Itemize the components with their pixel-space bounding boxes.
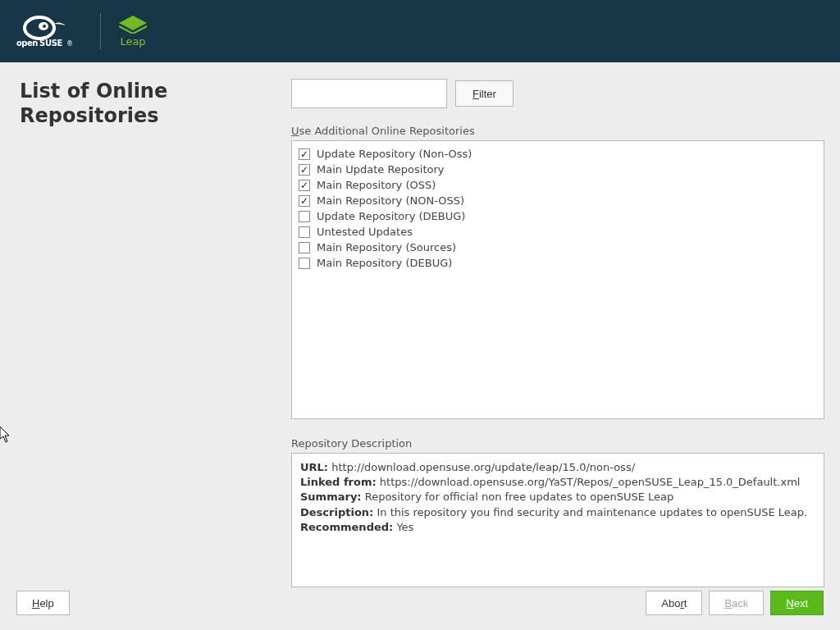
repo-item[interactable]: Main Update Repository — [299, 162, 817, 177]
footer: Help Abort Back Next — [16, 591, 824, 615]
repo-item-label: Main Repository (DEBUG) — [317, 255, 452, 271]
repo-list[interactable]: Update Repository (Non-Oss)Main Update R… — [291, 140, 824, 419]
banner-divider — [100, 13, 101, 49]
repo-checkbox[interactable] — [299, 195, 310, 207]
repo-item-label: Main Repository (Sources) — [317, 240, 456, 255]
repo-item-label: Main Repository (OSS) — [317, 177, 436, 193]
back-button: Back — [709, 591, 764, 615]
abort-button[interactable]: Abort — [646, 591, 702, 615]
repo-checkbox[interactable] — [299, 180, 310, 191]
leap-label: Leap — [120, 35, 145, 48]
repo-checkbox[interactable] — [299, 211, 310, 222]
filter-button[interactable]: Filter — [455, 80, 514, 107]
repo-checkbox[interactable] — [299, 226, 310, 238]
repo-checkbox[interactable] — [299, 258, 310, 269]
help-button[interactable]: Help — [16, 591, 70, 615]
svg-point-2 — [43, 25, 46, 28]
repo-checkbox[interactable] — [299, 164, 310, 176]
repo-item[interactable]: Main Repository (DEBUG) — [299, 255, 817, 271]
cursor-icon — [0, 427, 11, 446]
repo-checkbox[interactable] — [299, 148, 310, 160]
page-title: List of Online Repositories — [20, 79, 266, 128]
leap-logo: Leap — [119, 16, 147, 48]
filter-button-suffix: ilter — [479, 88, 496, 100]
repo-item[interactable]: Main Repository (Sources) — [299, 240, 817, 255]
top-banner: open SUSE ® Leap — [0, 0, 840, 62]
svg-text:open: open — [16, 39, 38, 48]
repo-item[interactable]: Main Repository (NON-OSS) — [299, 193, 817, 208]
repo-description-label: Repository Description — [291, 437, 824, 450]
repo-item-label: Main Update Repository — [317, 162, 445, 177]
repo-item[interactable]: Update Repository (Non-Oss) — [299, 146, 817, 162]
repo-item-label: Update Repository (Non-Oss) — [317, 146, 472, 162]
next-button[interactable]: Next — [770, 591, 824, 615]
filter-input[interactable] — [291, 79, 447, 108]
repos-section-label: Use Additional Online Repositories — [291, 125, 824, 137]
repo-item[interactable]: Untested Updates — [299, 224, 817, 240]
svg-text:SUSE: SUSE — [39, 39, 63, 48]
repo-item-label: Main Repository (NON-OSS) — [317, 193, 464, 208]
repo-description-box: URL: http://download.opensuse.org/update… — [291, 453, 824, 587]
svg-text:®: ® — [66, 40, 73, 48]
repo-item-label: Untested Updates — [317, 224, 413, 240]
repo-item[interactable]: Update Repository (DEBUG) — [299, 208, 817, 224]
repo-item-label: Update Repository (DEBUG) — [317, 208, 465, 224]
opensuse-logo: open SUSE ® — [16, 13, 82, 49]
repo-checkbox[interactable] — [299, 242, 310, 253]
leap-icon — [119, 16, 147, 34]
repo-item[interactable]: Main Repository (OSS) — [299, 177, 817, 193]
